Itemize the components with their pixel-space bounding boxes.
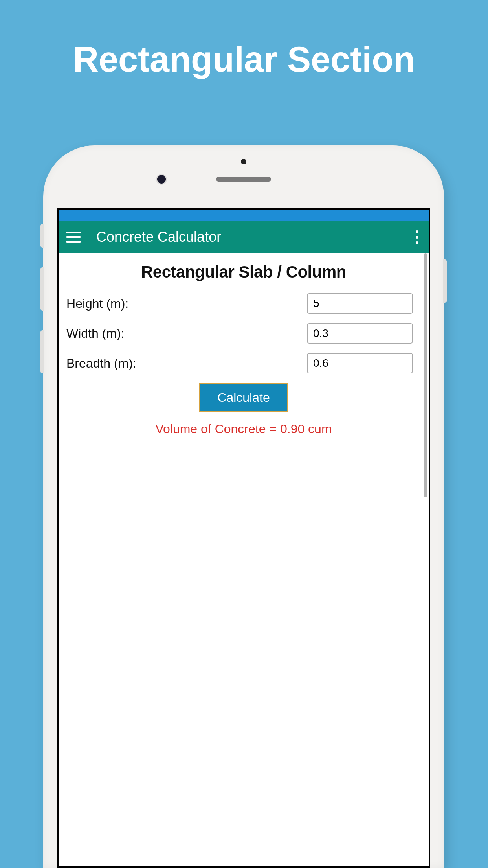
app-title: Concrete Calculator (96, 229, 413, 245)
result-text: Volume of Concrete = 0.90 cum (66, 422, 421, 436)
page-title: Rectangular Slab / Column (66, 263, 421, 281)
form-row-height: Height (m): (66, 293, 421, 314)
phone-side-buttons-right (443, 259, 447, 303)
phone-screen: Concrete Calculator Rectangular Slab / C… (57, 208, 430, 868)
height-label: Height (m): (66, 296, 128, 311)
button-row: Calculate (66, 383, 421, 412)
phone-sensor (241, 159, 246, 164)
form-row-breadth: Breadth (m): (66, 353, 421, 373)
phone-volume-up (40, 267, 44, 311)
phone-speaker (216, 177, 271, 182)
phone-side-buttons-left (40, 224, 44, 393)
height-input[interactable] (307, 293, 413, 314)
phone-frame: Concrete Calculator Rectangular Slab / C… (43, 145, 444, 868)
width-label: Width (m): (66, 326, 125, 341)
phone-power-button (443, 259, 447, 303)
overflow-menu-icon[interactable] (413, 226, 421, 248)
promo-title: Rectangular Section (0, 0, 488, 80)
width-input[interactable] (307, 323, 413, 344)
phone-volume-down (40, 330, 44, 373)
app-bar: Concrete Calculator (59, 221, 429, 253)
hamburger-menu-icon[interactable] (66, 232, 81, 243)
phone-mute-switch (40, 224, 44, 248)
breadth-label: Breadth (m): (66, 356, 136, 371)
breadth-input[interactable] (307, 353, 413, 373)
scroll-indicator[interactable] (424, 253, 427, 497)
calculate-button[interactable]: Calculate (199, 383, 288, 412)
phone-camera (157, 175, 166, 184)
form-row-width: Width (m): (66, 323, 421, 344)
content-area: Rectangular Slab / Column Height (m): Wi… (59, 253, 429, 446)
status-bar (59, 210, 429, 221)
